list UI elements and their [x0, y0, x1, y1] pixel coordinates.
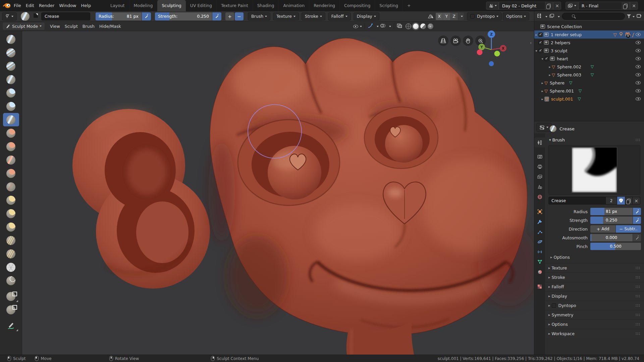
tab-modifiers[interactable]: [534, 217, 545, 227]
tool-pinch[interactable]: [3, 180, 19, 193]
brush-copy-button[interactable]: [625, 197, 633, 204]
viewport-3d[interactable]: Sculpt Mode View Sculpt Brush Hide/Mask: [0, 21, 534, 355]
gizmo-axis-neg-y[interactable]: [494, 51, 500, 57]
menu-edit[interactable]: Edit: [23, 0, 37, 11]
dyntopo-panel-checkbox[interactable]: [552, 303, 556, 308]
camera-view-icon[interactable]: [450, 36, 461, 46]
tool-box-mask[interactable]: [3, 303, 19, 316]
texture-menu[interactable]: Texture: [273, 12, 299, 20]
tab-uv-editing[interactable]: UV Editing: [186, 0, 217, 11]
tool-simplify[interactable]: [3, 260, 19, 274]
tab-animation[interactable]: Animation: [279, 0, 309, 11]
add-workspace-button[interactable]: +: [403, 0, 415, 11]
tab-tool[interactable]: [534, 137, 545, 147]
radius-slider[interactable]: Radius:81 px: [96, 12, 142, 20]
panel-symmetry[interactable]: Symmetry: [545, 310, 644, 319]
expand-icon[interactable]: ▸: [540, 97, 544, 101]
navigation-gizmo[interactable]: Z Y X: [473, 26, 510, 66]
tab-physics[interactable]: [534, 237, 545, 247]
tab-constraints[interactable]: [534, 247, 545, 257]
brush-users-count[interactable]: 2: [606, 197, 617, 204]
mode-selector[interactable]: Sculpt Mode: [2, 22, 45, 30]
collection-checkbox[interactable]: [538, 49, 543, 53]
view-layer-icon[interactable]: [566, 2, 578, 10]
panel-texture[interactable]: Texture: [545, 263, 644, 273]
panel-stroke[interactable]: Stroke: [545, 273, 644, 282]
brush-preview-image[interactable]: [572, 147, 617, 193]
tab-render[interactable]: [534, 152, 545, 162]
show-object-types-icon[interactable]: [353, 23, 362, 29]
panel-grip[interactable]: [635, 285, 640, 288]
panel-grip[interactable]: [635, 332, 640, 335]
hide-mask-menu[interactable]: Hide/Mask: [97, 21, 123, 31]
perspective-toggle-icon[interactable]: [438, 36, 448, 46]
direction-subtract-button[interactable]: −: [235, 12, 244, 20]
pan-hand-icon[interactable]: [463, 36, 473, 46]
outliner-row-sculpt-collection[interactable]: ▾ 3 sculpt: [534, 47, 644, 55]
tab-output[interactable]: [534, 162, 545, 172]
tab-rendering[interactable]: Rendering: [309, 0, 340, 11]
view-layer-close-button[interactable]: [630, 2, 638, 10]
tool-annotate[interactable]: [3, 319, 19, 332]
tool-flatten[interactable]: [3, 140, 19, 153]
active-tool-selector[interactable]: [2, 12, 17, 20]
menu-help[interactable]: Help: [79, 0, 94, 11]
tool-clay-strips[interactable]: [3, 59, 19, 73]
tab-scene[interactable]: [534, 182, 545, 192]
tab-texture-paint[interactable]: Texture Paint: [217, 0, 253, 11]
outliner-row-sphere-002[interactable]: ▸ ▽ Sphere.002 ▽: [534, 63, 644, 71]
radius-prop-pressure[interactable]: [633, 208, 641, 215]
visibility-eye-icon[interactable]: [636, 89, 641, 93]
tool-draw[interactable]: [3, 33, 19, 46]
outliner-editor-type-icon[interactable]: [537, 13, 547, 19]
visibility-eye-icon[interactable]: [636, 33, 641, 36]
tool-grab[interactable]: [3, 193, 19, 207]
direction-subtract-segment[interactable]: −Subtr..: [616, 225, 641, 233]
tab-shading[interactable]: Shading: [253, 0, 279, 11]
tool-thumb[interactable]: [3, 220, 19, 234]
tool-clay[interactable]: [3, 46, 19, 59]
view-layer-copy-button[interactable]: [622, 2, 630, 10]
expand-icon[interactable]: ▸: [540, 81, 544, 85]
outliner-row-sphere[interactable]: ▸ ▽ Sphere ▽: [534, 79, 644, 87]
tool-mask[interactable]: [3, 274, 19, 287]
visibility-eye-icon[interactable]: [636, 97, 641, 101]
outliner-row-sphere-001[interactable]: ▸ ▽ Sphere.001 ▽: [534, 87, 644, 95]
brush-menu[interactable]: Brush: [248, 12, 270, 20]
outliner-row-scene-collection[interactable]: Scene Collection: [534, 22, 644, 31]
tab-object-data[interactable]: [534, 257, 545, 267]
brush-datablock-icon[interactable]: [33, 13, 39, 20]
tab-particles[interactable]: [534, 227, 545, 237]
symmetry-z-toggle[interactable]: Z: [450, 13, 458, 20]
fake-user-shield-icon[interactable]: ✓: [617, 197, 625, 204]
scene-name-field[interactable]: Day 02 - Delight: [499, 2, 545, 10]
panel-dyntopo[interactable]: Dyntopo: [545, 301, 644, 310]
tool-blob[interactable]: [3, 100, 19, 113]
dyntopo-checkbox[interactable]: [470, 14, 475, 18]
dyntopo-toggle-group[interactable]: Dyntopo: [467, 12, 502, 20]
view-menu[interactable]: View: [48, 21, 62, 31]
tool-scrape[interactable]: [3, 153, 19, 167]
panel-grip[interactable]: [635, 295, 640, 298]
visibility-eye-icon[interactable]: [636, 57, 641, 60]
tool-nudge[interactable]: [3, 234, 19, 247]
tab-layout[interactable]: Layout: [106, 0, 129, 11]
stroke-menu[interactable]: Stroke: [302, 12, 325, 20]
subpanel-options[interactable]: Options: [545, 250, 644, 263]
sculpt-canvas[interactable]: [22, 31, 534, 355]
brush-name-field[interactable]: Crease: [41, 12, 90, 20]
outliner-search-input[interactable]: [562, 13, 625, 20]
tab-world[interactable]: [534, 192, 545, 202]
tool-snake-hook[interactable]: [3, 207, 19, 220]
tab-object[interactable]: [534, 206, 545, 217]
tab-material[interactable]: [534, 267, 545, 277]
tab-texture[interactable]: [534, 282, 545, 292]
brush-menu-vp[interactable]: Brush: [80, 21, 97, 31]
shading-wireframe-icon[interactable]: [406, 23, 411, 29]
autosmooth-prop-pressure[interactable]: [633, 234, 641, 241]
collection-checkbox[interactable]: [538, 33, 543, 37]
scene-copy-button[interactable]: [545, 2, 553, 10]
brush-preview-icon[interactable]: [21, 12, 30, 21]
overlays-toggle-icon[interactable]: [380, 23, 391, 29]
symmetry-dropdown[interactable]: [458, 13, 464, 20]
